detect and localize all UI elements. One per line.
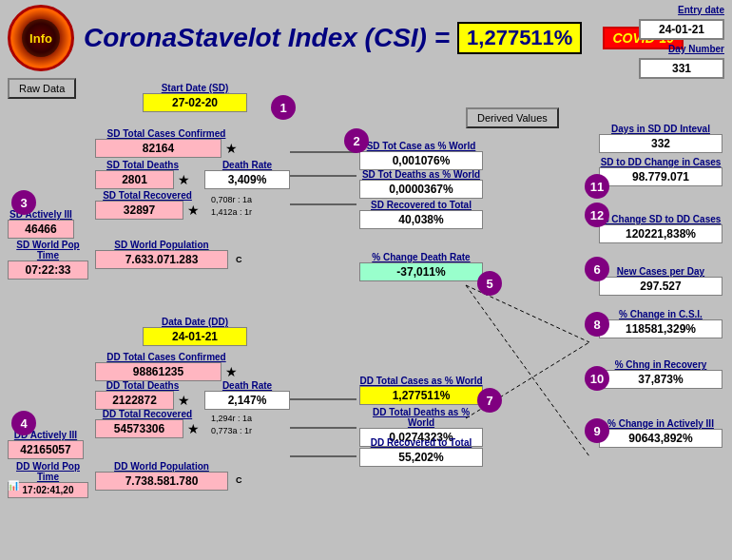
logo-text: Info bbox=[22, 19, 60, 57]
sd-deaths-field: SD Total Deaths 2801 ★ bbox=[95, 160, 190, 189]
dd-date-value[interactable]: 24-01-21 bbox=[143, 327, 247, 346]
day-number-label: Day Number bbox=[668, 44, 724, 54]
badge-1: 1 bbox=[271, 95, 296, 120]
pct-change-csi-label: % Change in C.S.I. bbox=[599, 309, 722, 319]
sd-world-pop-label: SD World Population bbox=[95, 240, 228, 250]
dd-cases-pct-value[interactable]: 1,277511% bbox=[359, 386, 483, 405]
svg-line-8 bbox=[466, 285, 589, 456]
badge-5: 5 bbox=[477, 271, 502, 296]
badge-12: 12 bbox=[585, 203, 609, 227]
dd-world-pop-time-value[interactable]: 17:02:41,20 bbox=[8, 482, 88, 498]
sd-cases-star: ★ bbox=[225, 141, 238, 156]
dd-total-cases-field: DD Total Cases Confirmed 98861235 ★ bbox=[95, 352, 238, 381]
new-cases-value[interactable]: 297.527 bbox=[599, 277, 722, 296]
dd-c-note: C bbox=[236, 475, 242, 485]
death-rate-change-label: % Change Death Rate bbox=[359, 252, 483, 262]
pct-change-active-value[interactable]: 90643,892% bbox=[599, 429, 722, 448]
dd-deaths-value[interactable]: 2122872 bbox=[95, 391, 174, 410]
entry-block: Entry date 24-01-21 Day Number 331 bbox=[639, 5, 724, 79]
pct-change-recovery-value[interactable]: 37,873% bbox=[599, 370, 722, 389]
sd-total-cases-label: SD Total Cases Confirmed bbox=[95, 128, 238, 139]
badge-6: 6 bbox=[585, 257, 609, 281]
sd-recovered-value[interactable]: 32897 bbox=[95, 201, 183, 220]
sd-death-rate-label: Death Rate bbox=[204, 160, 290, 170]
dd-deaths-pct-label: DD Total Deaths as % World bbox=[359, 407, 483, 428]
sd-world-pop-value[interactable]: 7.633.071.283 bbox=[95, 250, 228, 269]
sd-to-dd-cases-field: SD to DD Change in Cases 98.779.071 bbox=[599, 157, 722, 186]
sd-death-rate-value[interactable]: 3,409% bbox=[204, 170, 290, 189]
chart-icon: 📊 bbox=[8, 480, 19, 491]
main-container: Info CoronaStavelot Index (CSI) = 1,2775… bbox=[0, 0, 732, 560]
sd-deaths-pct-value[interactable]: 0,0000367% bbox=[359, 180, 483, 199]
pct-change-recovery-field: % Chng in Recovery 37,873% bbox=[599, 359, 722, 389]
dd-death-rate-label: Death Rate bbox=[204, 380, 290, 391]
raw-data-button[interactable]: Raw Data bbox=[8, 78, 76, 99]
sd-c-note: C bbox=[236, 255, 242, 264]
sd-deaths-pct-field: SD Tot Deaths as % World 0,0000367% bbox=[359, 169, 483, 199]
sd-recovered-pct-field: SD Recovered to Total 40,038% bbox=[359, 200, 483, 229]
dd-cases-star: ★ bbox=[225, 364, 238, 379]
sd-to-dd-cases-value[interactable]: 98.779.071 bbox=[599, 167, 722, 186]
sd-recovered-pct-label: SD Recovered to Total bbox=[359, 200, 483, 210]
badge-4: 4 bbox=[11, 411, 36, 435]
entry-date-label: Entry date bbox=[678, 5, 724, 15]
sd-ratio-line2: 1,412a : 1r bbox=[211, 206, 252, 219]
badge-2: 2 bbox=[344, 128, 369, 153]
sd-recovered-pct-value[interactable]: 40,038% bbox=[359, 210, 483, 229]
sd-total-cases-field: SD Total Cases Confirmed 82164 ★ bbox=[95, 128, 238, 158]
dd-cases-pct-label: DD Total Cases as % World bbox=[359, 376, 483, 386]
dd-date-label: Data Date (DD) bbox=[143, 317, 247, 327]
dd-recovered-value[interactable]: 54573306 bbox=[95, 419, 183, 438]
sd-ratio-note: 0,708r : 1a 1,412a : 1r bbox=[211, 194, 252, 218]
pct-change-csi-value[interactable]: 118581,329% bbox=[599, 319, 722, 338]
days-sd-dd-label: Days in SD DD Inteval bbox=[599, 124, 722, 134]
sd-actively-ill-value[interactable]: 46466 bbox=[8, 220, 74, 239]
days-sd-dd-value[interactable]: 332 bbox=[599, 134, 722, 153]
entry-date-value[interactable]: 24-01-21 bbox=[639, 19, 724, 40]
sd-cases-pct-value[interactable]: 0,001076% bbox=[359, 151, 483, 170]
death-rate-change-value[interactable]: -37,011% bbox=[359, 262, 483, 281]
sd-world-pop-time-field: SD World Pop Time 07:22:33 bbox=[8, 240, 88, 280]
badge-7: 7 bbox=[477, 388, 502, 413]
dd-total-cases-value[interactable]: 98861235 bbox=[95, 362, 222, 381]
sd-deaths-value[interactable]: 2801 bbox=[95, 170, 174, 189]
sd-world-pop-time-label: SD World Pop Time bbox=[8, 240, 88, 261]
dd-recovered-pct-field: DD Recovered to Total 55,202% bbox=[359, 437, 483, 467]
sd-total-cases-value[interactable]: 82164 bbox=[95, 139, 222, 158]
pct-change-active-label: % Change in Actively III bbox=[599, 418, 722, 429]
csi-value: 1,277511% bbox=[457, 22, 582, 54]
dd-ratio-line1: 1,294r : 1a bbox=[211, 413, 252, 425]
dd-recovered-pct-value[interactable]: 55,202% bbox=[359, 448, 483, 467]
sd-deaths-pct-label: SD Tot Deaths as % World bbox=[359, 169, 483, 180]
start-date-field: Start Date (SD) 27-02-20 bbox=[143, 83, 247, 112]
badge-10: 10 bbox=[585, 366, 609, 391]
title-block: CoronaStavelot Index (CSI) = 1,277511% C… bbox=[84, 22, 684, 54]
sd-deaths-star: ★ bbox=[178, 172, 190, 187]
pct-change-sd-dd-label: % Change SD to DD Cases bbox=[599, 214, 722, 224]
dd-deaths-star: ★ bbox=[178, 393, 190, 408]
days-sd-dd-field: Days in SD DD Inteval 332 bbox=[599, 124, 722, 153]
dd-world-pop-time-field: DD World Pop Time 17:02:41,20 bbox=[8, 461, 88, 498]
derived-values-button[interactable]: Derived Values bbox=[466, 107, 559, 128]
dd-world-pop-value[interactable]: 7.738.581.780 bbox=[95, 472, 228, 491]
pct-change-sd-dd-value[interactable]: 120221,838% bbox=[599, 224, 722, 243]
dd-actively-ill-value[interactable]: 42165057 bbox=[8, 440, 84, 459]
day-number-value[interactable]: 331 bbox=[639, 58, 724, 79]
sd-world-pop-time-value[interactable]: 07:22:33 bbox=[8, 261, 88, 280]
main-title: CoronaStavelot Index (CSI) = bbox=[84, 23, 450, 53]
dd-death-rate-value[interactable]: 2,147% bbox=[204, 391, 290, 410]
badge-3: 3 bbox=[11, 190, 36, 215]
sd-death-rate-field: Death Rate 3,409% bbox=[204, 160, 290, 189]
dd-world-pop-label: DD World Population bbox=[95, 461, 228, 472]
dd-recovered-label: DD Total Recovered bbox=[95, 409, 200, 419]
dd-date-field: Data Date (DD) 24-01-21 bbox=[143, 317, 247, 346]
dd-deaths-label: DD Total Deaths bbox=[95, 380, 190, 391]
sd-recovered-label: SD Total Recovered bbox=[95, 190, 200, 201]
sd-cases-pct-field: SD Tot Case as % World 0,001076% bbox=[359, 141, 483, 170]
dd-recovered-star: ★ bbox=[187, 421, 200, 436]
dd-total-cases-label: DD Total Cases Confirmed bbox=[95, 352, 238, 362]
pct-change-active-field: % Change in Actively III 90643,892% bbox=[599, 418, 722, 448]
start-date-value[interactable]: 27-02-20 bbox=[143, 93, 247, 112]
pct-change-csi-field: % Change in C.S.I. 118581,329% bbox=[599, 309, 722, 338]
dd-recovered-field: DD Total Recovered 54573306 ★ bbox=[95, 409, 200, 438]
